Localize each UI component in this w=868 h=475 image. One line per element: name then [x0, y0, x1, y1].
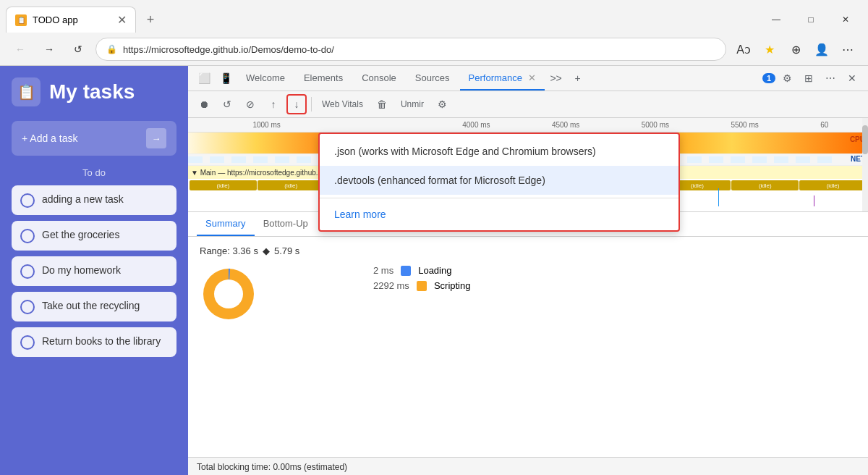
dropdown-item-devtools[interactable]: .devtools (enhanced format for Microsoft… — [320, 166, 678, 195]
list-item[interactable]: Get the groceries — [12, 221, 176, 251]
tab-summary[interactable]: Summary — [197, 212, 255, 236]
list-item[interactable]: adding a new task — [12, 185, 176, 215]
ruler-mark-5500: 5500 ms — [731, 121, 820, 129]
task-checkbox[interactable] — [20, 229, 35, 243]
legend-scripting: 2292 ms Scripting — [373, 280, 470, 291]
device-emulation-icon[interactable]: 📱 — [216, 68, 236, 88]
ruler-mark: 1000 ms — [191, 121, 284, 129]
range-start: Range: 3.36 s — [200, 245, 258, 256]
loading-label: Loading — [418, 265, 451, 276]
scripting-value: 2292 ms — [373, 280, 409, 291]
task-checkbox[interactable] — [20, 300, 35, 314]
add-tab-icon[interactable]: + — [568, 68, 588, 88]
ruler-mark-60: 60 — [820, 121, 865, 129]
inspect-element-icon[interactable]: ⬜ — [194, 68, 214, 88]
idle-block: (idle) — [799, 180, 867, 190]
timeline-scrollbar[interactable] — [862, 118, 868, 211]
trash-button[interactable]: 🗑 — [372, 94, 392, 114]
scripting-color — [417, 281, 427, 291]
window-controls: — □ ✕ — [760, 8, 862, 31]
todo-section-title: To do — [12, 167, 176, 178]
bottom-content: Range: 3.36 s ◆ 5.79 s 2 ms — [188, 237, 868, 457]
idle-block: (idle) — [190, 180, 257, 190]
tab-bottom-up[interactable]: Bottom-Up — [255, 212, 317, 236]
dock-icon[interactable]: ⊞ — [799, 68, 819, 88]
ruler-mark-5000: 5000 ms — [642, 121, 731, 129]
tab-sources[interactable]: Sources — [407, 67, 459, 91]
dropdown-item-json[interactable]: .json (works with Microsoft Edge and Chr… — [320, 137, 678, 166]
task-checkbox[interactable] — [20, 193, 35, 208]
more-tabs-icon[interactable]: >> — [546, 68, 566, 88]
task-text: Return books to the library — [42, 335, 161, 349]
todo-app-icon: 📋 — [12, 77, 41, 106]
back-button[interactable]: ← — [9, 38, 32, 61]
tab-performance[interactable]: Performance ✕ — [460, 67, 545, 91]
url-text: https://microsoftedge.github.io/Demos/de… — [123, 44, 715, 55]
collections-icon[interactable]: ⊕ — [784, 38, 807, 61]
address-input[interactable]: 🔒 https://microsoftedge.github.io/Demos/… — [95, 38, 726, 61]
scrollbar-thumb[interactable] — [862, 125, 868, 154]
download-button[interactable]: ↓ — [286, 94, 307, 114]
pie-chart — [200, 265, 272, 323]
task-checkbox[interactable] — [20, 335, 35, 350]
tab-console[interactable]: Console — [353, 67, 405, 91]
ruler-mark-4000: 4000 ms — [462, 121, 552, 129]
web-vitals-button[interactable]: Web Vitals — [316, 94, 369, 114]
clear-button[interactable]: ⊘ — [240, 94, 260, 114]
devtools-settings-icon[interactable]: ⚙ — [777, 68, 797, 88]
list-item[interactable]: Do my homework — [12, 256, 176, 286]
new-tab-button[interactable]: + — [139, 8, 162, 31]
task-text: Take out the recycling — [42, 299, 140, 314]
main-layout: 📋 My tasks + Add a task → To do adding a… — [0, 66, 868, 475]
pie-legend: 2 ms Loading 2292 ms Scripting — [373, 265, 470, 323]
loading-value: 2 ms — [373, 265, 393, 276]
minimize-button[interactable]: — — [760, 8, 793, 31]
devtools-tab-bar: ⬜ 📱 Welcome Elements Console Sources Per… — [188, 66, 868, 91]
browser-tab[interactable]: 📋 TODO app ✕ — [6, 7, 136, 33]
todo-title: My tasks — [49, 80, 135, 104]
status-bar: Total blocking time: 0.00ms (estimated) — [188, 457, 868, 475]
reload-profile-button[interactable]: ↺ — [217, 94, 237, 114]
learn-more-link[interactable]: Learn more — [320, 201, 678, 227]
add-task-button[interactable]: + Add a task → — [12, 121, 176, 156]
range-end: 5.79 s — [274, 245, 299, 256]
toolbar-separator — [311, 97, 312, 112]
export-dropdown: .json (works with Microsoft Edge and Chr… — [318, 133, 680, 232]
settings-icon[interactable]: ⋯ — [836, 38, 859, 61]
upload-button[interactable]: ↑ — [263, 94, 284, 114]
performance-toolbar: ⏺ ↺ ⊘ ↑ ↓ Web Vitals 🗑 Unmir ⚙ — [188, 91, 868, 118]
task-checkbox[interactable] — [20, 264, 35, 279]
ruler-mark-4500: 4500 ms — [552, 121, 642, 129]
idle-block: (idle) — [731, 180, 799, 190]
devtools-more-icon[interactable]: ⋯ — [820, 68, 841, 88]
scripting-label: Scripting — [434, 280, 471, 291]
maximize-button[interactable]: □ — [794, 8, 827, 31]
list-item[interactable]: Return books to the library — [12, 327, 176, 357]
tab-bar: 📋 TODO app ✕ + — □ ✕ — [0, 0, 868, 33]
favorites-icon[interactable]: ★ — [758, 38, 781, 61]
perf-settings-button[interactable]: ⚙ — [433, 94, 453, 114]
notification-badge: 1 — [762, 73, 775, 83]
lock-icon: 🔒 — [106, 44, 117, 54]
tab-elements[interactable]: Elements — [295, 67, 352, 91]
add-task-arrow-icon: → — [146, 128, 166, 148]
tab-performance-close[interactable]: ✕ — [528, 72, 536, 83]
close-button[interactable]: ✕ — [829, 8, 862, 31]
profile-icon[interactable]: 👤 — [810, 38, 833, 61]
tab-welcome[interactable]: Welcome — [237, 67, 294, 91]
status-text: Total blocking time: 0.00ms (estimated) — [197, 462, 347, 472]
range-info: Range: 3.36 s ◆ 5.79 s — [200, 245, 856, 256]
todo-header: 📋 My tasks — [12, 77, 176, 106]
dropdown-divider — [320, 198, 678, 198]
forward-button[interactable]: → — [38, 38, 61, 61]
legend-loading: 2 ms Loading — [373, 265, 470, 276]
refresh-button[interactable]: ↺ — [67, 38, 90, 61]
devtools-close-icon[interactable]: ✕ — [842, 68, 862, 88]
read-aloud-icon[interactable]: Aͻ — [732, 38, 755, 61]
record-button[interactable]: ⏺ — [194, 94, 214, 114]
list-item[interactable]: Take out the recycling — [12, 292, 176, 321]
tab-title: TODO app — [33, 14, 111, 25]
unmir-button[interactable]: Unmir — [395, 94, 430, 114]
tab-close-button[interactable]: ✕ — [117, 14, 127, 26]
todo-sidebar: 📋 My tasks + Add a task → To do adding a… — [0, 66, 188, 475]
